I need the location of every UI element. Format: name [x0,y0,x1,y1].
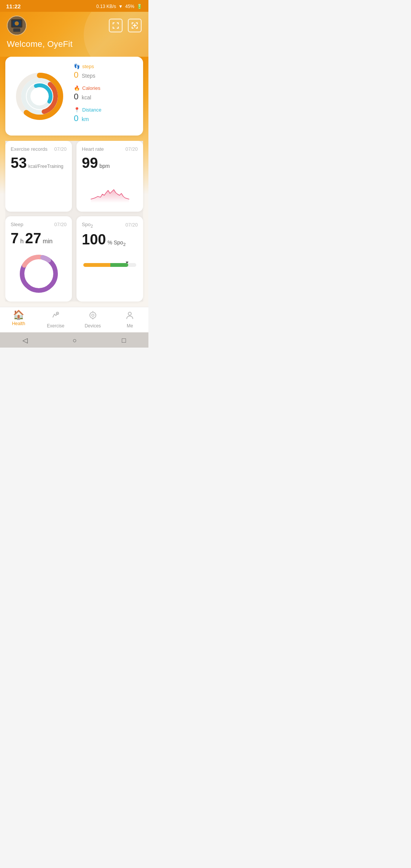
sleep-card-header: Sleep 07/20 [11,222,67,227]
distance-label: 📍 Distance [74,107,135,113]
spo2-value-row: 100 % Spo2 [82,231,138,248]
sleep-donut [11,253,67,295]
donut-chart [13,70,66,123]
calories-value-row: 0 kcal [74,92,135,102]
svg-rect-10 [113,27,113,29]
svg-rect-22 [133,25,137,26]
activity-donut [13,70,66,123]
spo2-bar-track [83,263,136,267]
sleep-value-row: 7 h 27 min [11,230,67,247]
heart-rate-chart [82,182,138,205]
battery-level: 45% [125,4,134,9]
steps-icon: 👣 [74,64,80,69]
svg-rect-4 [13,28,20,32]
calories-icon: 🔥 [74,85,80,91]
battery-icon: 🔋 [137,4,142,9]
back-button[interactable]: ◁ [22,336,28,345]
health-label: Health [12,321,25,326]
nav-me[interactable]: Me [112,310,149,329]
me-icon [125,310,135,322]
spo2-bar-fill [83,263,128,267]
header-actions [109,19,142,32]
steps-stat: 👣 steps 0 Steps [74,64,135,80]
sleep-card[interactable]: Sleep 07/20 7 h 27 min [5,216,72,302]
me-label: Me [127,323,133,329]
calories-stat: 🔥 Calories 0 kcal [74,85,135,102]
heart-rate-card[interactable]: Heart rate 07/20 99 bpm [76,141,143,212]
svg-rect-21 [134,24,135,27]
header-top [7,16,142,35]
exercise-label: Exercise [47,323,64,329]
svg-rect-18 [132,27,132,29]
nav-health[interactable]: 🏠 Health [0,310,37,329]
svg-rect-7 [117,22,119,23]
svg-rect-6 [113,22,113,24]
exercise-value-row: 53 kcal/FreeTraining [11,155,67,171]
svg-rect-8 [118,22,119,24]
scan-button[interactable] [109,19,123,32]
steps-label: 👣 steps [74,64,135,69]
exercise-card-header: Exercise records 07/20 [11,146,67,152]
spo2-bar: ▼ [82,263,138,267]
recents-button[interactable]: □ [122,337,126,345]
avatar-image [8,16,26,35]
svg-point-34 [90,312,96,318]
svg-rect-15 [136,22,138,23]
steps-value-row: 0 Steps [74,70,135,80]
svg-rect-17 [132,28,134,29]
svg-rect-9 [113,28,115,29]
header: Welcome, OyeFit [0,12,148,57]
network-speed: 0.13 KB/s [96,4,116,9]
exercise-card[interactable]: Exercise records 07/20 53 kcal/FreeTrain… [5,141,72,212]
svg-point-36 [128,312,131,315]
svg-rect-14 [132,22,132,24]
stats-panel: 👣 steps 0 Steps 🔥 Calories 0 kcal [70,64,135,129]
wifi-icon: ▼ [118,4,123,9]
main-content: 👣 steps 0 Steps 🔥 Calories 0 kcal [0,57,148,307]
svg-rect-11 [117,28,119,29]
calories-label: 🔥 Calories [74,85,135,91]
android-nav: ◁ ○ □ [0,332,148,348]
spo2-card[interactable]: Spo2 07/20 100 % Spo2 ▼ [76,216,143,302]
status-bar: 11:22 0.13 KB/s ▼ 45% 🔋 [0,0,148,12]
avatar[interactable] [7,16,27,35]
svg-rect-5 [113,22,115,23]
activity-card[interactable]: 👣 steps 0 Steps 🔥 Calories 0 kcal [5,57,143,136]
svg-rect-12 [118,27,119,29]
status-time: 11:22 [6,3,21,10]
heart-rate-card-header: Heart rate 07/20 [82,146,138,152]
distance-icon: 📍 [74,107,80,113]
exercise-icon [51,310,61,322]
add-button[interactable] [128,19,142,32]
svg-rect-20 [137,27,138,29]
svg-rect-16 [137,22,138,24]
home-button[interactable]: ○ [73,337,77,345]
nav-exercise[interactable]: Exercise [37,310,75,329]
devices-label: Devices [84,323,101,329]
distance-value-row: 0 km [74,113,135,123]
svg-point-3 [14,21,19,26]
devices-icon [88,310,98,322]
welcome-text: Welcome, OyeFit [7,39,142,49]
cards-grid: Exercise records 07/20 53 kcal/FreeTrain… [5,141,143,302]
heart-rate-value-row: 99 bpm [82,155,138,171]
svg-rect-19 [136,28,138,29]
distance-stat: 📍 Distance 0 km [74,107,135,123]
svg-point-35 [92,314,94,316]
spo2-card-header: Spo2 07/20 [82,222,138,228]
health-icon: 🏠 [13,310,24,319]
status-right: 0.13 KB/s ▼ 45% 🔋 [96,4,142,9]
bottom-nav: 🏠 Health Exercise Devices [0,307,148,332]
nav-devices[interactable]: Devices [74,310,112,329]
svg-rect-13 [132,22,134,23]
